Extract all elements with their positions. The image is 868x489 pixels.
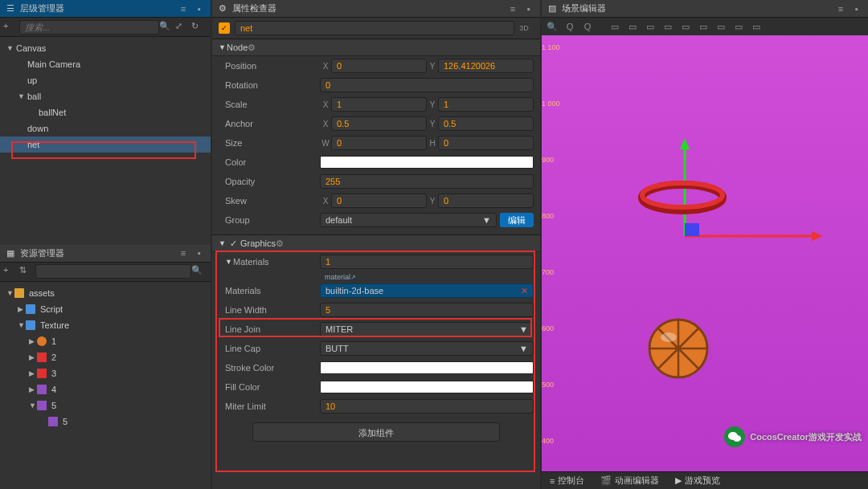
refresh-icon[interactable]: ↻: [191, 21, 204, 34]
asset-item-1[interactable]: ▶1: [0, 333, 211, 349]
graphics-section-header[interactable]: ▼ ✓ Graphics ⚙: [212, 234, 540, 252]
wechat-icon: [724, 426, 745, 447]
inspector-panel-header[interactable]: ⚙ 属性检查器 ≡ ▪: [212, 0, 540, 18]
stroke-swatch[interactable]: [320, 361, 534, 374]
align-icon[interactable]: ▭: [731, 19, 746, 34]
asset-item-5[interactable]: 5: [0, 414, 211, 430]
anchor-y-input[interactable]: [438, 116, 534, 131]
panel-close-icon[interactable]: ▪: [522, 2, 535, 15]
size-label: Size: [225, 138, 320, 148]
scene-toolbar: 🔍 Q Q ▭ ▭ ▭ ▭ ▭ ▭ ▭ ▭ ▭: [542, 18, 868, 35]
hierarchy-item-Main Camera[interactable]: Main Camera: [0, 56, 211, 72]
align-icon[interactable]: ▭: [661, 19, 675, 34]
zoom-in-icon[interactable]: 🔍: [545, 19, 559, 34]
hierarchy-search-input[interactable]: [19, 20, 159, 35]
linejoin-select[interactable]: MITER▼: [320, 322, 534, 336]
align-icon[interactable]: ▭: [643, 19, 657, 34]
tab-console[interactable]: ≡控制台: [542, 472, 592, 490]
svg-point-10: [733, 435, 741, 442]
align-icon[interactable]: ▭: [678, 19, 693, 34]
asset-item-5[interactable]: ▼5: [0, 397, 211, 414]
hierarchy-item-ballNet[interactable]: ballNet: [0, 104, 211, 120]
scene-panel-header[interactable]: ▨ 场景编辑器 ≡ ▪: [542, 0, 868, 18]
group-edit-button[interactable]: 编辑: [500, 213, 534, 227]
panel-close-icon[interactable]: ▪: [193, 2, 206, 15]
tab-timeline[interactable]: 🎬动画编辑器: [592, 472, 667, 490]
material-field[interactable]: builtin-2d-base✕: [320, 283, 534, 298]
panel-menu-icon[interactable]: ≡: [834, 2, 847, 15]
skew-x-input[interactable]: [331, 194, 427, 208]
linewidth-input[interactable]: [320, 303, 534, 317]
clear-icon[interactable]: ✕: [521, 286, 528, 296]
panel-close-icon[interactable]: ▪: [850, 2, 863, 15]
assets-search-input[interactable]: [35, 264, 191, 279]
scene-viewport[interactable]: 1 1001 000900800700600500400 CocosCreato…: [542, 35, 868, 471]
zoom-out-icon[interactable]: Q: [563, 19, 577, 34]
hierarchy-item-ball[interactable]: ▼ball: [0, 88, 211, 104]
miter-input[interactable]: [320, 399, 534, 414]
hierarchy-item-up[interactable]: up: [0, 72, 211, 88]
assets-title: 资源管理器: [20, 247, 64, 259]
panel-menu-icon[interactable]: ≡: [177, 2, 190, 15]
bottom-tabs: ≡控制台 🎬动画编辑器 ▶游戏预览: [542, 471, 868, 489]
size-w-input[interactable]: [331, 136, 427, 150]
group-select[interactable]: default▼: [320, 213, 497, 227]
assets-panel-header[interactable]: ▦ 资源管理器 ≡ ▪: [0, 245, 211, 263]
add-node-icon[interactable]: +: [3, 21, 16, 34]
rotation-input[interactable]: [320, 78, 534, 92]
node-section-header[interactable]: ▼ Node ⚙: [212, 39, 540, 56]
tab-preview[interactable]: ▶游戏预览: [667, 472, 728, 490]
gear-icon: ⚙: [217, 3, 228, 14]
add-component-button[interactable]: 添加组件: [252, 422, 500, 442]
materials-count-input[interactable]: [320, 255, 534, 269]
hierarchy-item-down[interactable]: down: [0, 120, 211, 137]
position-y-input[interactable]: [438, 59, 534, 73]
hierarchy-item-Canvas[interactable]: ▼Canvas: [0, 40, 211, 56]
size-h-input[interactable]: [438, 136, 534, 150]
linecap-select[interactable]: BUTT▼: [320, 341, 534, 356]
component-enabled-checkbox[interactable]: ✓: [230, 238, 237, 249]
sort-icon[interactable]: ⇅: [19, 265, 32, 278]
stroke-label: Stroke Color: [225, 363, 320, 373]
linecap-label: Line Cap: [225, 344, 320, 353]
asset-item-assets[interactable]: ▼assets: [0, 285, 211, 301]
position-x-input[interactable]: [331, 59, 427, 73]
align-icon[interactable]: ▭: [696, 19, 710, 34]
align-icon[interactable]: ▭: [625, 19, 640, 34]
search-icon[interactable]: 🔍: [191, 265, 204, 278]
asset-item-3[interactable]: ▶3: [0, 365, 211, 381]
hierarchy-item-net[interactable]: net: [0, 137, 211, 153]
zoom-fit-icon[interactable]: Q: [580, 19, 595, 34]
asset-item-4[interactable]: ▶4: [0, 381, 211, 397]
anchor-x-input[interactable]: [331, 116, 427, 131]
hierarchy-toolbar: + 🔍 ⤢ ↻: [0, 18, 211, 37]
fill-swatch[interactable]: [320, 381, 534, 393]
asset-item-Script[interactable]: ▶Script: [0, 301, 211, 317]
panel-menu-icon[interactable]: ≡: [506, 2, 519, 15]
gear-icon[interactable]: ⚙: [276, 238, 287, 249]
node-name-input[interactable]: [235, 21, 514, 35]
3d-toggle[interactable]: 3D: [514, 24, 534, 32]
scale-x-input[interactable]: [331, 97, 427, 112]
expand-icon[interactable]: ⤢: [175, 21, 188, 34]
align-icon[interactable]: ▭: [714, 19, 728, 34]
asset-item-2[interactable]: ▶2: [0, 349, 211, 365]
node-enabled-checkbox[interactable]: ✓: [219, 22, 230, 34]
add-asset-icon[interactable]: +: [3, 265, 16, 278]
search-icon[interactable]: 🔍: [159, 21, 172, 34]
collapse-icon: ▼: [219, 239, 227, 247]
color-label: Color: [225, 157, 320, 167]
asset-item-Texture[interactable]: ▼Texture: [0, 317, 211, 333]
scale-y-input[interactable]: [438, 97, 534, 112]
opacity-input[interactable]: [320, 174, 534, 189]
align-icon[interactable]: ▭: [608, 19, 622, 34]
panel-close-icon[interactable]: ▪: [193, 247, 206, 259]
align-icon[interactable]: ▭: [749, 19, 764, 34]
fill-label: Fill Color: [225, 382, 320, 392]
color-swatch[interactable]: [320, 156, 534, 169]
gear-icon[interactable]: ⚙: [248, 43, 259, 53]
panel-menu-icon[interactable]: ≡: [177, 247, 190, 259]
skew-y-input[interactable]: [438, 194, 534, 208]
material-tag: material: [320, 273, 350, 281]
hierarchy-panel-header[interactable]: ☰ 层级管理器 ≡ ▪: [0, 0, 211, 18]
